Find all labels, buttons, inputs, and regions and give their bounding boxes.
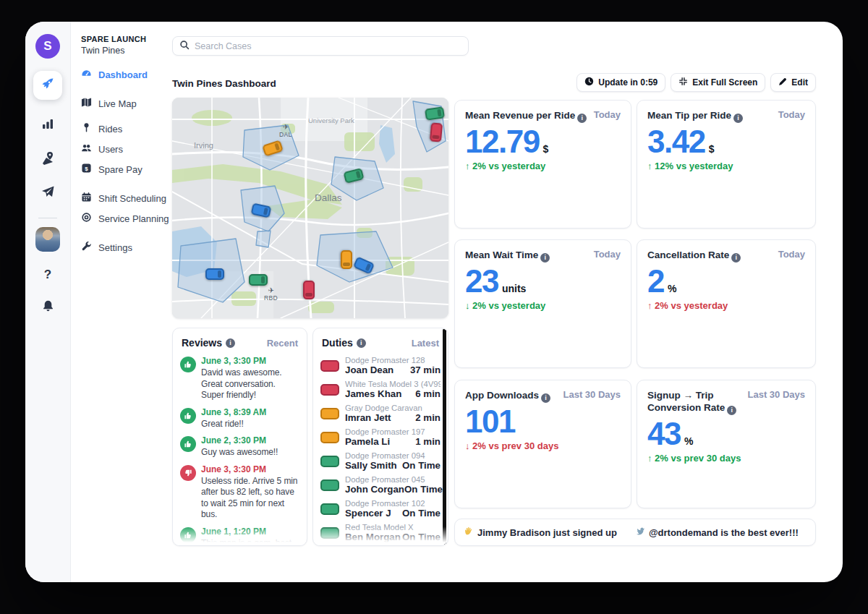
- info-icon[interactable]: i: [357, 338, 366, 348]
- vehicle-marker-red[interactable]: [303, 281, 315, 299]
- nav-item-shift-scheduling[interactable]: Shift Scheduling: [81, 192, 172, 205]
- nav-label: Rides: [98, 124, 122, 135]
- metric-period: Last 30 Days: [748, 389, 806, 415]
- nav-label: Settings: [98, 242, 132, 253]
- nav-item-settings[interactable]: Settings: [81, 241, 172, 254]
- duty-vehicle: Dodge Promaster 197: [345, 427, 441, 436]
- duties-filter[interactable]: Latest: [412, 338, 439, 349]
- nav-label: Shift Scheduling: [98, 193, 166, 204]
- edit-button[interactable]: Edit: [770, 73, 816, 92]
- metric-card-mean-tip: Mean Tip per Ridei Today 3.42 $ ↑ 12% vs…: [637, 100, 816, 229]
- review-text: Guy was awesome!!: [201, 447, 278, 459]
- duty-row[interactable]: Dodge Promaster 197 Pamela Li 1 min: [320, 427, 441, 448]
- icon-rail: S ?: [25, 22, 71, 582]
- van-icon-green: [320, 456, 339, 467]
- airport-code: DAL: [279, 132, 292, 138]
- nav-label: Live Map: [98, 98, 137, 109]
- info-icon[interactable]: i: [540, 253, 550, 263]
- thumbs-up-icon: [180, 527, 196, 543]
- metric-unit: units: [502, 283, 526, 294]
- header-actions: Update in 0:59 Exit Full Screen Edit: [576, 73, 816, 92]
- duty-vehicle: Dodge Promaster 045: [345, 475, 441, 484]
- duty-row[interactable]: Dodge Promaster 128 Joan Dean 37 min: [320, 356, 441, 376]
- metric-period: Today: [594, 109, 621, 123]
- metric-card-mean-wait: Mean Wait Timei Today 23 units ↓ 2% vs y…: [454, 239, 631, 368]
- duty-vehicle: White Tesla Model 3 (4V99X4: [345, 380, 441, 388]
- duty-driver: Sally Smith: [345, 460, 397, 472]
- review-date: June 3, 3:30 PM: [201, 464, 299, 474]
- van-icon-green: [320, 479, 339, 491]
- duty-row[interactable]: Gray Dodge Caravan Imran Jett 2 min: [320, 404, 441, 424]
- map-label-university-park: University Park: [308, 116, 354, 124]
- info-icon[interactable]: i: [731, 253, 741, 263]
- activity-ticker: Jimmy Bradison just signed up @drtondema…: [454, 519, 816, 546]
- review-item: June 3, 8:39 AM Great ride!!: [180, 407, 299, 430]
- nav-item-rides[interactable]: Rides: [81, 122, 172, 135]
- vehicle-marker-blue[interactable]: [205, 268, 224, 280]
- user-avatar[interactable]: [35, 227, 60, 252]
- rail-item-map[interactable]: [41, 150, 55, 168]
- duty-row[interactable]: Dodge Promaster 094 Sally Smith On Time: [320, 451, 441, 472]
- pin-icon: [81, 122, 92, 135]
- duty-driver: Imran Jett: [345, 412, 391, 424]
- metric-value: 2: [647, 265, 664, 297]
- van-icon-red: [320, 360, 339, 372]
- metric-trend: ↑ 12% vs yesterday: [647, 161, 805, 171]
- update-timer-label: Update in 0:59: [598, 77, 658, 88]
- duty-driver: Spencer J: [345, 508, 391, 519]
- thumbs-down-icon: [180, 465, 196, 481]
- rail-item-launch-active[interactable]: [33, 71, 62, 100]
- info-icon[interactable]: i: [727, 406, 736, 415]
- rail-divider: [38, 218, 57, 218]
- metric-value: 101: [465, 406, 515, 438]
- metric-period: Today: [594, 249, 621, 263]
- metric-value: 23: [465, 265, 498, 297]
- nav-item-live-map[interactable]: Live Map: [81, 97, 172, 110]
- update-timer-button[interactable]: Update in 0:59: [576, 73, 665, 92]
- duty-row[interactable]: Dodge Promaster 045 John Corgan On Time: [320, 475, 441, 495]
- vehicle-marker-red[interactable]: [430, 122, 443, 142]
- van-icon-red: [320, 384, 339, 396]
- info-icon[interactable]: i: [541, 393, 550, 403]
- duty-status: 1 min: [415, 436, 441, 448]
- metric-period: Today: [778, 249, 805, 263]
- spare-logo[interactable]: S: [35, 34, 60, 59]
- reviews-panel[interactable]: Reviewsi Recent June 3, 3:30 PM David wa…: [172, 328, 307, 546]
- metric-card-cancellation: Cancellation Ratei Today 2 % ↑ 2% vs yes…: [637, 239, 816, 368]
- rail-item-notifications[interactable]: [42, 299, 54, 315]
- info-icon[interactable]: i: [733, 114, 743, 123]
- nav-item-users[interactable]: Users: [81, 142, 172, 155]
- rail-item-analytics[interactable]: [41, 117, 54, 133]
- metric-unit: $: [543, 143, 549, 155]
- nav-item-spare-pay[interactable]: $ Spare Pay: [81, 163, 172, 176]
- duty-row[interactable]: White Tesla Model 3 (4V99X4 James Khan 6…: [320, 380, 441, 400]
- exit-fullscreen-button[interactable]: Exit Full Screen: [671, 73, 765, 92]
- nav-item-service-planning[interactable]: Service Planning: [81, 212, 172, 225]
- duties-panel[interactable]: Dutiesi Latest Dodge Promaster 128 Joan …: [312, 328, 448, 546]
- review-date: June 3, 3:30 PM: [201, 356, 299, 366]
- vehicle-marker-green[interactable]: [249, 274, 268, 286]
- metric-card-app-downloads: App Downloadsi Last 30 Days 101 ↓ 2% vs …: [454, 380, 631, 508]
- live-map[interactable]: Irving Dallas University Park ✈ DAL ✈ RB…: [172, 98, 448, 318]
- map-label-irving: Irving: [194, 141, 213, 150]
- help-icon[interactable]: ?: [44, 268, 51, 282]
- search-input[interactable]: [195, 41, 461, 51]
- bird-icon: [636, 526, 645, 539]
- metric-period: Last 30 Days: [563, 389, 621, 403]
- metric-unit: %: [684, 435, 693, 447]
- reviews-filter[interactable]: Recent: [267, 338, 298, 349]
- info-icon[interactable]: i: [226, 338, 235, 348]
- nav-label: Service Planning: [98, 213, 169, 224]
- rail-item-messages[interactable]: [41, 185, 55, 202]
- info-icon[interactable]: i: [577, 114, 587, 123]
- vehicle-marker-orange[interactable]: [341, 250, 352, 269]
- page-title: Twin Pines Dashboard: [172, 78, 276, 89]
- duty-row[interactable]: Dodge Promaster 102 Spencer J On Time: [320, 499, 441, 519]
- duty-vehicle: Dodge Promaster 128: [345, 356, 441, 364]
- duty-status: 37 min: [410, 364, 441, 376]
- duty-driver: John Corgan: [345, 484, 404, 495]
- duty-row[interactable]: Red Tesla Model X Ben Morgan On Time: [320, 523, 441, 543]
- metric-value: 3.42: [647, 126, 705, 158]
- duty-vehicle: Red Tesla Model X: [345, 523, 441, 532]
- nav-item-dashboard[interactable]: Dashboard: [81, 68, 172, 81]
